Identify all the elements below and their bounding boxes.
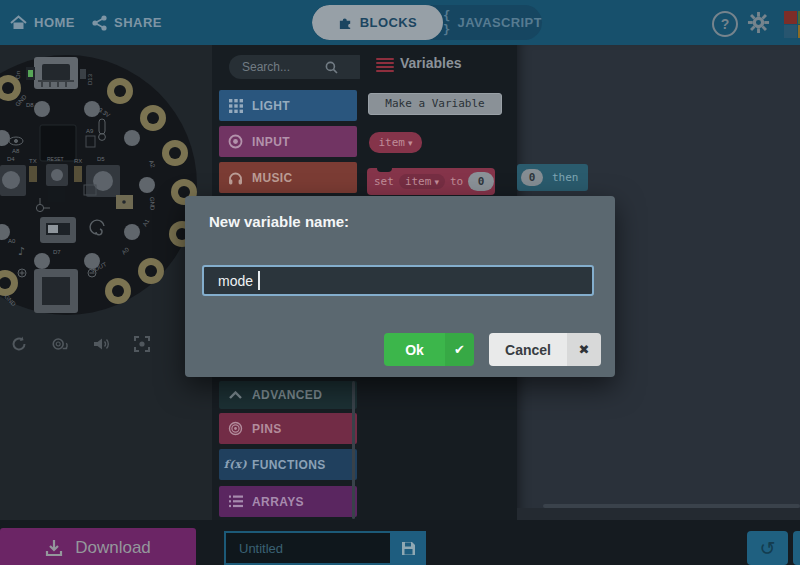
- variable-name-input[interactable]: [202, 265, 594, 296]
- svg-text:GND: GND: [149, 197, 155, 211]
- settings-button[interactable]: [747, 11, 770, 34]
- gear-icon: [747, 11, 770, 34]
- simulator-controls: [10, 335, 151, 353]
- undo-icon: ↺: [760, 537, 776, 559]
- list-icon: [228, 494, 243, 509]
- toolbox-scrollbar[interactable]: [352, 381, 355, 519]
- tab-javascript[interactable]: { } JAVASCRIPT: [443, 5, 542, 40]
- input-dot-circle-icon: [228, 134, 243, 149]
- microphone: [116, 195, 133, 209]
- category-input[interactable]: INPUT: [219, 126, 357, 157]
- set-variable-block[interactable]: set item ▾ to 0: [367, 168, 495, 195]
- download-label: Download: [75, 538, 151, 558]
- condition-value-oval[interactable]: 0: [521, 169, 543, 186]
- accelerometer: [48, 187, 65, 202]
- workspace-bottom-edge: [517, 508, 800, 520]
- function-fx-icon: f(x): [228, 457, 243, 472]
- mute-sound-button[interactable]: [92, 335, 110, 353]
- top-menu-bar: HOME SHARE BLOCKS { } JAVASCRIPT: [0, 0, 800, 45]
- category-label: MUSIC: [252, 171, 293, 185]
- category-light[interactable]: LIGHT: [219, 90, 357, 121]
- block-notch: [377, 168, 392, 172]
- save-project-button[interactable]: [390, 531, 426, 565]
- ms-logo-blue-square: [784, 25, 797, 38]
- new-variable-dialog: New variable name: Ok ✔ Cancel ✖: [185, 196, 615, 377]
- light-grid-icon: [228, 98, 243, 113]
- cancel-label: Cancel: [489, 333, 567, 366]
- home-icon: [10, 15, 27, 30]
- fullscreen-simulator-button[interactable]: [133, 335, 151, 353]
- download-button[interactable]: Download: [0, 528, 196, 565]
- category-label: FUNCTIONS: [252, 458, 326, 472]
- concentric-circles-icon: [228, 421, 243, 436]
- headphones-icon: [228, 170, 243, 185]
- svg-text:A8: A8: [12, 148, 20, 154]
- blocks-label: BLOCKS: [360, 15, 417, 30]
- svg-text:On: On: [15, 71, 21, 79]
- then-label: then: [552, 171, 579, 184]
- home-button[interactable]: HOME: [10, 0, 75, 45]
- tx-label: TX: [29, 158, 37, 164]
- flyout-title: Variables: [400, 55, 462, 71]
- make-variable-button[interactable]: Make a Variable: [368, 93, 502, 115]
- slow-motion-snail-button[interactable]: [51, 335, 69, 353]
- home-label: HOME: [34, 15, 75, 30]
- download-icon: [45, 539, 63, 557]
- variables-category-icon: [376, 58, 394, 72]
- microsoft-logo[interactable]: [784, 11, 800, 38]
- search-input[interactable]: [229, 55, 371, 79]
- save-floppy-icon: [401, 541, 416, 556]
- category-label: ARRAYS: [252, 495, 304, 509]
- dropdown-arrow-icon: ▾: [408, 138, 413, 148]
- number-input-oval[interactable]: 0: [468, 172, 494, 191]
- braces-icon: { }: [443, 9, 451, 37]
- tab-blocks[interactable]: BLOCKS: [312, 5, 443, 40]
- svg-text:D4: D4: [7, 156, 15, 162]
- puzzle-icon: [338, 15, 353, 30]
- editor-toggle: BLOCKS { } JAVASCRIPT: [312, 5, 542, 40]
- undo-button[interactable]: ↺: [747, 531, 788, 565]
- item-block-label: item: [378, 136, 405, 149]
- redo-button[interactable]: ↻: [793, 531, 800, 565]
- dialog-title: New variable name:: [209, 213, 349, 230]
- rx-pad: [74, 166, 82, 182]
- d8-label: D8: [26, 102, 34, 108]
- dropdown-arrow-icon: ▾: [434, 177, 439, 187]
- svg-text:D5: D5: [97, 156, 105, 162]
- x-icon: ✖: [567, 333, 601, 366]
- tx-pad: [29, 166, 37, 182]
- share-button[interactable]: SHARE: [92, 0, 162, 45]
- to-label: to: [450, 175, 463, 188]
- variable-dropdown[interactable]: item ▾: [399, 174, 445, 189]
- svg-text:RESET: RESET: [47, 156, 64, 162]
- editor-footer: Download ↺ ↻: [0, 520, 800, 565]
- category-label: PINS: [252, 422, 282, 436]
- category-label: LIGHT: [252, 99, 290, 113]
- share-label: SHARE: [114, 15, 162, 30]
- category-pins[interactable]: PINS: [219, 413, 357, 444]
- variable-item-block[interactable]: item ▾: [369, 132, 422, 153]
- restart-simulator-button[interactable]: [10, 335, 28, 353]
- ok-button[interactable]: Ok ✔: [384, 333, 474, 366]
- check-icon: ✔: [445, 333, 474, 366]
- circuit-playground-board: GND 3.3V A3 A2 GND A1 A0 VOUT GND: [0, 45, 212, 365]
- question-icon: ?: [721, 16, 730, 32]
- a0-label: A0: [8, 238, 16, 244]
- javascript-label: JAVASCRIPT: [458, 15, 542, 30]
- help-button[interactable]: ?: [712, 11, 738, 37]
- cancel-button[interactable]: Cancel ✖: [489, 333, 601, 366]
- project-name-input[interactable]: [224, 531, 390, 565]
- category-music[interactable]: MUSIC: [219, 162, 357, 193]
- share-icon: [92, 15, 107, 31]
- if-then-block[interactable]: 0 then: [517, 164, 588, 191]
- set-label: set: [374, 175, 394, 188]
- category-advanced[interactable]: ADVANCED: [219, 381, 357, 409]
- simulator-panel: GND 3.3V A3 A2 GND A1 A0 VOUT GND: [0, 45, 212, 520]
- usb-connector: [34, 57, 78, 89]
- chevron-up-icon: [228, 388, 243, 403]
- category-arrays[interactable]: ARRAYS: [219, 486, 357, 517]
- music-note-icon: ♪: [18, 245, 25, 258]
- category-functions[interactable]: f(x) FUNCTIONS: [219, 449, 357, 480]
- category-label: INPUT: [252, 135, 290, 149]
- category-label: ADVANCED: [252, 388, 322, 402]
